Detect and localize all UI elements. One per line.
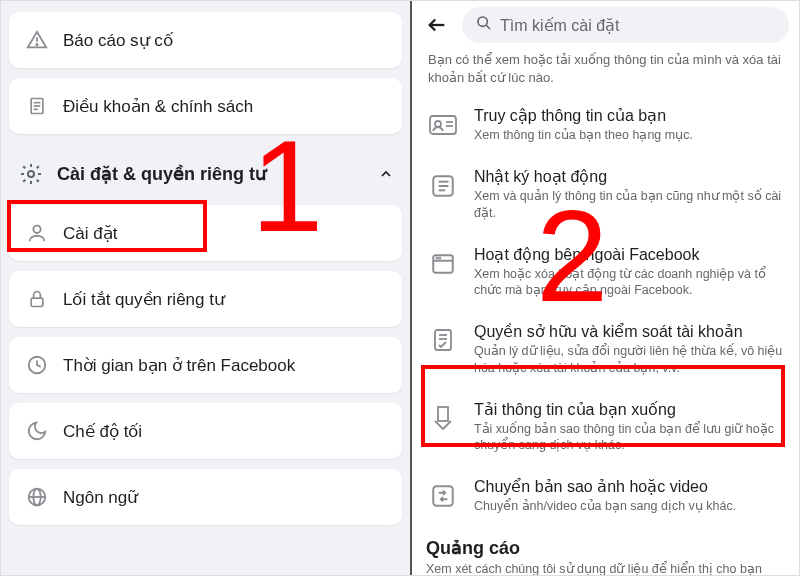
lock-icon: [23, 285, 51, 313]
option-desc: Xem hoặc xóa hoạt động từ các doanh nghi…: [474, 266, 785, 299]
search-icon: [476, 15, 492, 35]
ownership-option[interactable]: Quyền sở hữu và kiểm soát tài khoản Quản…: [418, 312, 793, 390]
list-icon: [426, 169, 460, 203]
time-on-fb-label: Thời gian bạn ở trên Facebook: [63, 355, 295, 376]
top-bar: Tìm kiếm cài đặt: [418, 1, 793, 51]
activity-log-option[interactable]: Nhật ký hoạt động Xem và quản lý thông t…: [418, 157, 793, 235]
settings-privacy-label: Cài đặt & quyền riêng tư: [57, 163, 366, 185]
svg-point-14: [478, 17, 487, 26]
svg-rect-32: [433, 487, 453, 507]
svg-rect-28: [435, 330, 451, 350]
svg-point-26: [436, 257, 437, 258]
language-label: Ngôn ngữ: [63, 487, 138, 508]
svg-point-6: [28, 171, 34, 177]
option-title: Quyền sở hữu và kiểm soát tài khoản: [474, 322, 785, 341]
access-info-option[interactable]: Truy cập thông tin của bạn Xem thông tin…: [418, 96, 793, 157]
terms-card[interactable]: Điều khoản & chính sách: [9, 78, 402, 134]
gear-icon: [17, 160, 45, 188]
option-title: Nhật ký hoạt động: [474, 167, 785, 186]
moon-icon: [23, 417, 51, 445]
settings-label: Cài đặt: [63, 223, 117, 244]
document-icon: [23, 92, 51, 120]
terms-label: Điều khoản & chính sách: [63, 96, 253, 117]
id-card-icon: [426, 108, 460, 142]
svg-point-27: [439, 257, 440, 258]
browser-icon: [426, 247, 460, 281]
privacy-shortcut-card[interactable]: Lối tắt quyền riêng tư: [9, 271, 402, 327]
svg-point-1: [36, 44, 37, 45]
svg-point-17: [435, 121, 441, 127]
svg-rect-16: [430, 116, 456, 134]
time-on-fb-card[interactable]: Thời gian bạn ở trên Facebook: [9, 337, 402, 393]
globe-icon: [23, 483, 51, 511]
transfer-copy-option[interactable]: Chuyển bản sao ảnh hoặc video Chuyển ảnh…: [418, 467, 793, 528]
settings-card[interactable]: Cài đặt: [9, 205, 402, 261]
person-icon: [23, 219, 51, 247]
search-input[interactable]: Tìm kiếm cài đặt: [462, 7, 789, 43]
dark-mode-label: Chế độ tối: [63, 421, 142, 442]
option-title: Truy cập thông tin của bạn: [474, 106, 693, 125]
chevron-up-icon: [378, 166, 394, 182]
option-title: Hoạt động bên ngoài Facebook: [474, 245, 785, 264]
svg-rect-8: [31, 298, 43, 306]
option-desc: Xem thông tin của bạn theo hạng mục.: [474, 127, 693, 143]
clock-icon: [23, 351, 51, 379]
option-desc: Xem và quản lý thông tin của bạn cũng nh…: [474, 188, 785, 221]
document-check-icon: [426, 324, 460, 358]
settings-privacy-header[interactable]: Cài đặt & quyền riêng tư: [7, 144, 404, 198]
language-card[interactable]: Ngôn ngữ: [9, 469, 402, 525]
option-title: Chuyển bản sao ảnh hoặc video: [474, 477, 736, 496]
warning-icon: [23, 26, 51, 54]
report-problem-label: Báo cáo sự cố: [63, 30, 173, 51]
download-icon: [426, 402, 460, 436]
transfer-icon: [426, 479, 460, 513]
ads-section-title: Quảng cáo: [418, 529, 793, 561]
download-info-option[interactable]: Tải thông tin của bạn xuống Tải xuống bả…: [418, 390, 793, 468]
back-button[interactable]: [422, 10, 452, 40]
privacy-shortcut-label: Lối tắt quyền riêng tư: [63, 289, 225, 310]
search-placeholder: Tìm kiếm cài đặt: [500, 16, 620, 35]
section-intro: Bạn có thể xem hoặc tải xuống thông tin …: [418, 51, 793, 96]
svg-point-7: [33, 226, 40, 233]
svg-rect-31: [438, 407, 448, 421]
option-desc: Chuyển ảnh/video của bạn sang dịch vụ kh…: [474, 498, 736, 514]
ads-section-desc: Xem xét cách chúng tôi sử dụng dữ liệu đ…: [418, 561, 793, 576]
option-title: Tải thông tin của bạn xuống: [474, 400, 785, 419]
off-facebook-option[interactable]: Hoạt động bên ngoài Facebook Xem hoặc xó…: [418, 235, 793, 313]
option-desc: Quản lý dữ liệu, sửa đổi người liên hệ t…: [474, 343, 785, 376]
svg-line-15: [486, 25, 490, 29]
dark-mode-card[interactable]: Chế độ tối: [9, 403, 402, 459]
your-information-pane: Tìm kiếm cài đặt Bạn có thể xem hoặc tải…: [410, 1, 799, 575]
option-desc: Tải xuống bản sao thông tin của bạn để l…: [474, 421, 785, 454]
report-problem-card[interactable]: Báo cáo sự cố: [9, 12, 402, 68]
settings-menu-pane: Báo cáo sự cố Điều khoản & chính sách Cà…: [1, 1, 410, 575]
